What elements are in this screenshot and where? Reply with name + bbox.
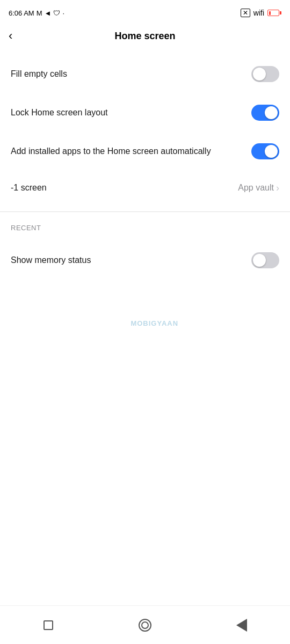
lock-home-screen-item: Lock Home screen layout bbox=[0, 93, 290, 132]
lock-home-screen-toggle[interactable] bbox=[251, 105, 279, 121]
toggle-thumb bbox=[253, 254, 266, 267]
status-left: 6:06 AM M ◄ 🛡 · bbox=[9, 9, 64, 17]
recent-apps-button[interactable] bbox=[32, 609, 64, 641]
page-title: Home screen bbox=[114, 31, 175, 42]
show-memory-status-label: Show memory status bbox=[11, 254, 251, 266]
home-button[interactable] bbox=[129, 609, 161, 641]
watermark: MOBIGYAAN bbox=[130, 319, 178, 327]
dot-icon: · bbox=[62, 9, 64, 17]
message-icon: M bbox=[37, 9, 42, 17]
circle-icon bbox=[139, 619, 151, 632]
status-bar: 6:06 AM M ◄ 🛡 · ✕ wifi bbox=[0, 0, 290, 24]
wifi-icon: wifi bbox=[253, 9, 264, 17]
app-vault-label: App vault bbox=[238, 183, 274, 193]
toggle-thumb bbox=[253, 68, 266, 80]
add-installed-apps-label: Add installed apps to the Home screen au… bbox=[11, 145, 251, 157]
section-divider bbox=[0, 211, 290, 212]
add-installed-apps-toggle[interactable] bbox=[251, 143, 279, 159]
settings-list: Fill empty cells Lock Home screen layout… bbox=[0, 50, 290, 209]
back-button[interactable]: ‹ bbox=[9, 28, 17, 44]
fill-empty-cells-item: Fill empty cells bbox=[0, 55, 290, 93]
show-memory-status-toggle[interactable] bbox=[251, 252, 279, 268]
recent-settings-list: Show memory status bbox=[0, 237, 290, 284]
add-installed-apps-item: Add installed apps to the Home screen au… bbox=[0, 132, 290, 171]
screen-record-icon: ✕ bbox=[241, 9, 250, 17]
app-vault-nav[interactable]: App vault › bbox=[238, 182, 279, 194]
shield-icon: 🛡 bbox=[53, 9, 60, 17]
lock-home-screen-label: Lock Home screen layout bbox=[11, 107, 251, 119]
minus-one-screen-label: -1 screen bbox=[11, 182, 238, 194]
page-header: ‹ Home screen bbox=[0, 24, 290, 50]
recent-section-header: RECENT bbox=[0, 214, 290, 237]
navigation-icon: ◄ bbox=[45, 9, 52, 17]
recent-section-title: RECENT bbox=[11, 224, 41, 232]
triangle-icon bbox=[236, 619, 247, 632]
toggle-thumb bbox=[265, 145, 278, 158]
toggle-thumb bbox=[265, 106, 278, 119]
navigation-bar bbox=[0, 605, 290, 644]
battery-icon bbox=[267, 10, 281, 16]
chevron-right-icon: › bbox=[276, 182, 279, 194]
time-display: 6:06 AM bbox=[9, 9, 34, 17]
back-nav-button[interactable] bbox=[226, 609, 258, 641]
square-icon bbox=[44, 620, 53, 630]
minus-one-screen-item[interactable]: -1 screen App vault › bbox=[0, 171, 290, 205]
fill-empty-cells-label: Fill empty cells bbox=[11, 68, 251, 80]
fill-empty-cells-toggle[interactable] bbox=[251, 66, 279, 82]
status-right: ✕ wifi bbox=[241, 9, 281, 17]
show-memory-status-item: Show memory status bbox=[0, 241, 290, 280]
